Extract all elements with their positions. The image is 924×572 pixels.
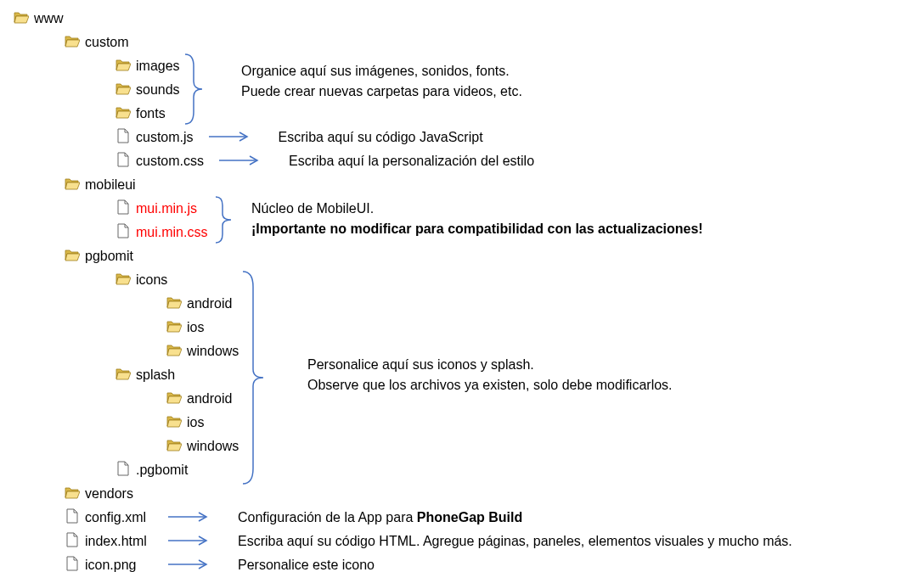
brace-icon [183,53,204,126]
label-splash-android: android [187,391,232,407]
file-icon [116,461,131,479]
note-icon-png: Personalice este icono [238,558,375,572]
label-icon-png: icon.png [85,558,153,572]
label-custom-js: custom.js [136,130,194,145]
label-custom-css: custom.css [136,154,204,169]
label-vendors: vendors [85,486,133,502]
label-fonts: fonts [136,106,166,121]
note-custom-line2: Puede crear nuevas carpetas para videos,… [241,81,522,102]
folder-open-icon [116,104,131,123]
note-mui-line2: ¡Importante no modificar para compatibil… [251,219,703,239]
folder-open-icon [65,33,80,52]
tree-row-index-html[interactable]: index.html Escriba aquí su código HTML. … [14,530,910,553]
note-index-html: Escriba aquí su código HTML. Agregue pág… [238,534,792,549]
folder-open-icon [166,294,182,313]
label-images: images [136,59,180,74]
file-icon [65,532,80,551]
label-pgbomit: pgbomit [85,249,133,264]
tree-row-custom[interactable]: custom [14,31,910,54]
tree-row-pgbomit[interactable]: pgbomit [14,244,910,268]
note-mui: Núcleo de MobileUI. ¡Importante no modif… [251,199,703,239]
brace-icon [214,195,233,244]
tree-row-www[interactable]: www [14,7,910,31]
tree-row-icons-ios[interactable]: ios [14,316,910,339]
label-icons-android: android [187,296,232,311]
folder-open-icon [65,176,80,194]
label-mobileui: mobileui [85,177,136,193]
note-config-xml: Configuración de la App para PhoneGap Bu… [238,510,522,525]
tree-row-icons-android[interactable]: android [14,292,910,316]
folder-open-icon [14,9,29,28]
label-icons: icons [136,272,167,288]
brace-icon [241,270,265,485]
tree-row-splash-windows[interactable]: windows [14,435,910,458]
tree-row-config-xml[interactable]: config.xml Configuración de la App para … [14,506,910,530]
file-icon [116,152,131,171]
arrow-icon [168,534,209,549]
note-pgbomit: Personalice aquí sus iconos y splash. Ob… [307,355,673,395]
folder-open-icon [166,437,182,456]
label-custom: custom [85,35,129,50]
tree-row-fonts[interactable]: fonts [14,102,910,126]
arrow-icon [219,154,260,169]
folder-open-icon [116,57,131,76]
tree-row-custom-css[interactable]: custom.css Escriba aquí la personalizaci… [14,149,910,173]
folder-open-icon [65,247,80,266]
label-icons-ios: ios [187,320,204,335]
file-icon [65,508,80,527]
tree-row-icons[interactable]: icons [14,268,910,292]
label-icons-windows: windows [187,344,239,359]
note-mui-line1: Núcleo de MobileUI. [251,199,703,219]
file-icon [116,128,131,147]
label-mui-js: mui.min.js [136,201,197,216]
note-custom-line1: Organice aquí sus imágenes, sonidos, fon… [241,61,522,81]
note-custom-css: Escriba aquí la personalización del esti… [289,154,534,169]
folder-open-icon [116,271,131,289]
note-custom-js: Escriba aquí su código JavaScript [279,130,483,145]
folder-open-icon [166,342,182,361]
tree-row-mobileui[interactable]: mobileui [14,173,910,197]
label-pgbomit-file: .pgbomit [136,463,188,478]
note-pg-line1: Personalice aquí sus iconos y splash. [307,355,673,375]
tree-row-icon-png[interactable]: icon.png Personalice este icono [14,553,910,572]
note-pg-line2: Observe que los archivos ya existen, sol… [307,375,673,395]
folder-open-icon [166,413,182,432]
tree-row-custom-js[interactable]: custom.js Escriba aquí su código JavaScr… [14,126,910,149]
arrow-icon [168,558,209,572]
arrow-icon [209,130,250,145]
label-www: www [34,11,64,26]
tree-row-splash-ios[interactable]: ios [14,411,910,435]
folder-open-icon [116,366,131,384]
note-config-prefix: Configuración de la App para [238,510,417,524]
label-mui-css: mui.min.css [136,225,207,240]
tree-row-pgbomit-file[interactable]: .pgbomit [14,458,910,482]
arrow-icon [168,510,209,525]
note-config-bold: PhoneGap Build [417,510,522,524]
folder-open-icon [116,81,131,99]
label-splash: splash [136,367,175,383]
note-custom-folders: Organice aquí sus imágenes, sonidos, fon… [241,61,522,102]
folder-open-icon [166,390,182,408]
label-splash-ios: ios [187,415,204,430]
folder-open-icon [65,485,80,503]
label-config-xml: config.xml [85,510,153,525]
tree-row-vendors[interactable]: vendors [14,482,910,506]
label-sounds: sounds [136,82,180,98]
file-icon [116,199,131,218]
folder-open-icon [166,318,182,337]
label-splash-windows: windows [187,439,239,454]
file-icon [116,223,131,242]
file-icon [65,556,80,572]
label-index-html: index.html [85,534,153,549]
